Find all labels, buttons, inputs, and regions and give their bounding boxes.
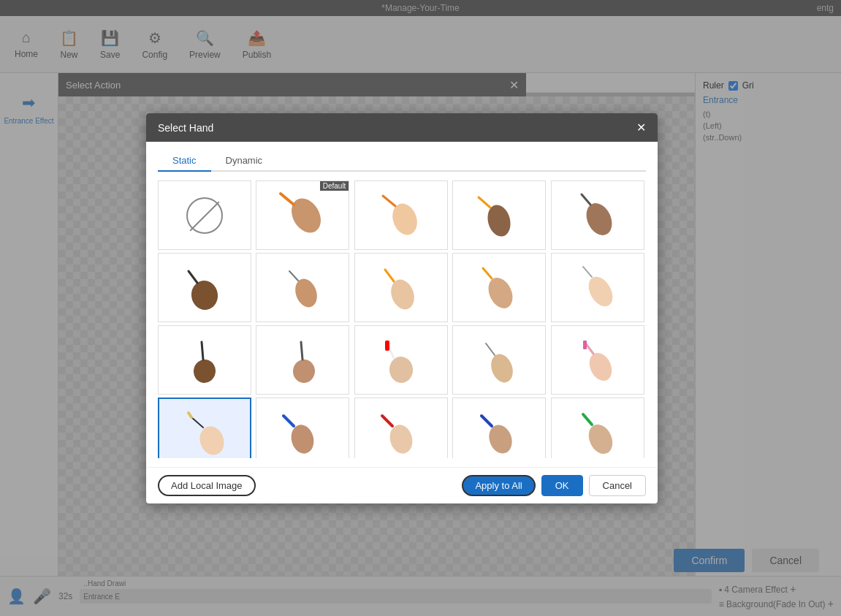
hand-icon-12 — [355, 326, 447, 394]
modal-header: Select Hand ✕ — [146, 113, 658, 142]
hand-cell-12[interactable] — [354, 325, 448, 395]
hand-icon-4 — [552, 181, 644, 249]
svg-rect-24 — [385, 341, 389, 351]
hand-cell-17[interactable] — [354, 398, 448, 458]
hand-cell-none[interactable] — [158, 180, 251, 250]
svg-line-17 — [583, 267, 592, 277]
hand-icon-18 — [453, 398, 545, 458]
svg-point-35 — [387, 422, 415, 455]
hand-icon-11 — [256, 326, 349, 394]
hand-cell-8[interactable] — [452, 253, 546, 322]
hand-cell-10[interactable] — [158, 325, 251, 395]
svg-point-10 — [292, 275, 321, 310]
svg-line-1 — [281, 194, 294, 205]
svg-line-21 — [301, 342, 302, 360]
hand-cell-7[interactable] — [354, 253, 448, 322]
hand-icon-5 — [159, 254, 251, 322]
hand-icon-13 — [453, 326, 545, 394]
no-hand-icon — [186, 197, 223, 234]
modal-body: Static Dynamic Default — [146, 142, 658, 467]
hand-icon-7 — [355, 254, 447, 322]
hand-cell-16[interactable] — [256, 398, 349, 458]
svg-point-8 — [189, 278, 220, 312]
hand-cell-11[interactable] — [256, 325, 349, 395]
svg-point-14 — [484, 273, 517, 312]
svg-line-34 — [283, 416, 294, 426]
svg-line-15 — [483, 268, 492, 278]
hand-icon-15 — [159, 399, 250, 458]
svg-point-12 — [387, 276, 419, 313]
svg-point-18 — [191, 357, 217, 384]
modal-footer: Add Local Image Apply to All OK Cancel — [146, 467, 658, 503]
svg-point-27 — [585, 349, 615, 384]
hand-cell-4[interactable] — [551, 180, 644, 250]
svg-line-40 — [583, 414, 592, 425]
hand-grid: Default — [158, 180, 646, 458]
svg-line-26 — [486, 343, 495, 355]
hand-icon-3 — [453, 181, 545, 249]
hand-icon-17 — [355, 398, 447, 458]
svg-point-25 — [487, 351, 517, 385]
svg-line-13 — [385, 270, 394, 281]
hand-cell-9[interactable] — [551, 253, 644, 322]
add-local-image-button[interactable]: Add Local Image — [158, 475, 256, 496]
hand-cell-14[interactable] — [551, 325, 644, 395]
svg-line-3 — [383, 196, 395, 206]
modal-footer-actions: Apply to All OK Cancel — [462, 475, 646, 496]
hand-cell-6[interactable] — [256, 253, 349, 322]
modal-close-button[interactable]: ✕ — [636, 121, 646, 134]
svg-line-36 — [382, 416, 392, 426]
svg-point-16 — [583, 272, 617, 310]
svg-line-38 — [482, 416, 492, 426]
tab-bar: Static Dynamic — [158, 151, 646, 172]
hand-cell-2[interactable] — [354, 180, 448, 250]
ok-button[interactable]: OK — [541, 475, 583, 496]
svg-point-4 — [484, 202, 514, 238]
hand-icon-6 — [256, 254, 349, 322]
svg-point-6 — [581, 199, 616, 239]
default-badge: Default — [320, 181, 349, 191]
apply-to-all-button[interactable]: Apply to All — [462, 475, 535, 496]
tab-dynamic[interactable]: Dynamic — [211, 151, 278, 172]
svg-line-9 — [189, 271, 197, 283]
svg-line-19 — [202, 342, 203, 360]
hand-icon-8 — [453, 254, 545, 322]
hand-icon-1 — [256, 181, 349, 249]
hand-icon-14 — [552, 326, 644, 394]
tab-static[interactable]: Static — [158, 151, 211, 172]
hand-icon-19 — [552, 398, 644, 458]
hand-icon-9 — [552, 254, 644, 322]
svg-point-33 — [289, 422, 317, 455]
svg-point-30 — [196, 422, 228, 457]
hand-cell-13[interactable] — [452, 325, 546, 395]
svg-point-22 — [388, 355, 414, 384]
svg-line-11 — [289, 271, 298, 281]
svg-point-20 — [292, 358, 316, 383]
hand-icon-2 — [355, 181, 447, 249]
hand-grid-container: Default — [158, 180, 646, 458]
hand-cell-15[interactable] — [158, 398, 251, 458]
hand-cell-5[interactable] — [158, 253, 251, 322]
hand-cell-18[interactable] — [452, 398, 546, 458]
select-hand-modal: Select Hand ✕ Static Dynamic Default — [146, 113, 658, 503]
hand-cell-3[interactable] — [452, 180, 546, 250]
svg-line-7 — [582, 194, 590, 205]
modal-title: Select Hand — [158, 122, 213, 134]
hand-cell-1[interactable]: Default — [256, 180, 349, 250]
svg-point-0 — [286, 193, 327, 237]
svg-point-39 — [584, 420, 617, 457]
hand-icon-10 — [159, 326, 251, 394]
svg-line-31 — [191, 417, 203, 427]
svg-line-32 — [189, 413, 191, 417]
hand-cell-19[interactable] — [551, 398, 644, 458]
svg-line-5 — [479, 197, 490, 208]
svg-point-2 — [388, 199, 421, 237]
svg-rect-29 — [583, 341, 587, 349]
svg-point-37 — [485, 422, 516, 457]
modal-cancel-button[interactable]: Cancel — [589, 475, 646, 496]
hand-icon-16 — [256, 398, 349, 458]
